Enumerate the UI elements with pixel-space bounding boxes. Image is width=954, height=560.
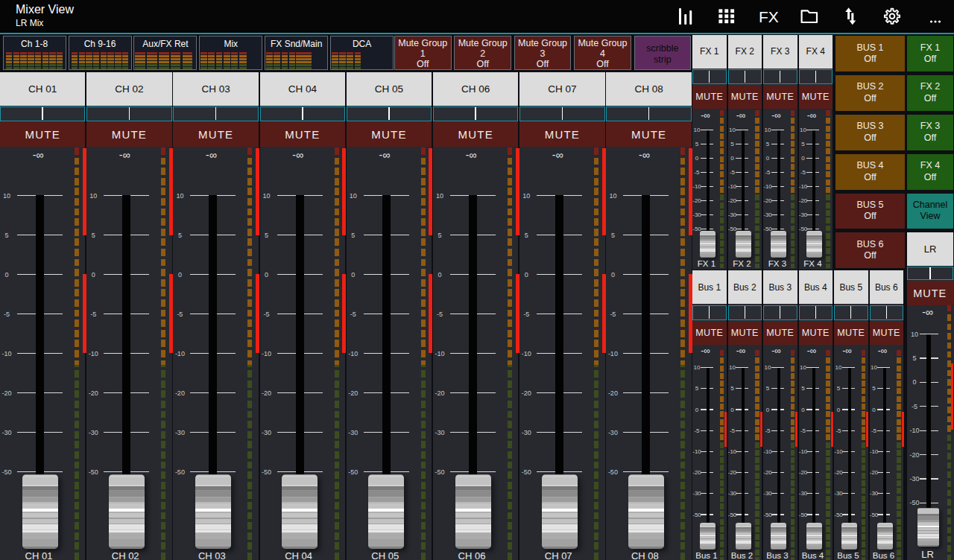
svg-text:FX: FX [759,8,779,25]
